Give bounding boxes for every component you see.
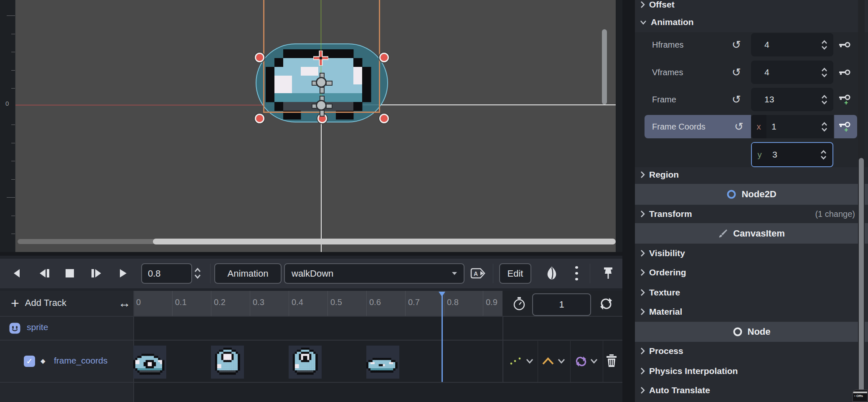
inspector-scrollbar[interactable]: [858, 0, 865, 402]
category-node2d[interactable]: Node2D: [635, 184, 868, 205]
vframes-field[interactable]: 4: [751, 61, 833, 84]
section-process[interactable]: Process: [635, 343, 868, 359]
step-backwards-button[interactable]: [37, 266, 52, 280]
selection-handle-left-mid[interactable]: [255, 53, 264, 62]
pivot-crosshair-icon[interactable]: [312, 50, 329, 66]
frame-coords-y-field[interactable]: y 3: [751, 142, 833, 167]
spinner-icon[interactable]: [820, 150, 827, 160]
mini-preview-window[interactable]: › Offs: [852, 389, 868, 402]
revert-icon[interactable]: ↺: [732, 38, 741, 51]
interpolation-dropdown-icon[interactable]: [556, 356, 566, 366]
selection-handle-bottom-left[interactable]: [255, 114, 264, 123]
key-icon[interactable]: [838, 69, 851, 76]
section-visibility[interactable]: Visibility: [635, 246, 868, 261]
revert-icon[interactable]: ↺: [734, 120, 744, 133]
step-forward-button[interactable]: [89, 266, 104, 280]
selection-handle-bottom-right[interactable]: [379, 114, 389, 123]
frame-field[interactable]: 13: [751, 88, 833, 111]
canvasitem-brush-icon: [718, 229, 728, 239]
animation-select[interactable]: walkDown: [284, 263, 464, 284]
section-physics-interpolation[interactable]: Physics Interpolation: [635, 364, 868, 379]
add-track-button[interactable]: + Add Track: [11, 296, 66, 310]
loop-icon[interactable]: [598, 296, 614, 312]
h-scrollbar-track-segment[interactable]: [18, 239, 155, 244]
animation-menu-button[interactable]: Animation: [214, 263, 282, 284]
revert-icon[interactable]: ↺: [732, 93, 741, 106]
play-button[interactable]: [117, 266, 129, 280]
ruler-tick: [11, 70, 15, 71]
spinner-icon[interactable]: [821, 40, 827, 50]
canvas-2d[interactable]: [15, 0, 616, 252]
timeline-tick: [405, 291, 406, 316]
stop-button[interactable]: [63, 266, 76, 280]
edit-button[interactable]: Edit: [499, 263, 531, 284]
section-auto-translate[interactable]: Auto Translate: [635, 383, 868, 398]
timeline-tick-label: 0.2: [214, 298, 226, 307]
timeline-tick-label: 0: [136, 298, 141, 307]
playhead-grip[interactable]: [439, 292, 445, 297]
time-spinner[interactable]: [193, 265, 202, 282]
key-insert-icon[interactable]: +: [838, 121, 851, 132]
track-row-frame-coords[interactable]: ✓ ◆ frame_coords: [0, 340, 133, 382]
section-offset[interactable]: Offset: [635, 0, 868, 12]
timeline-tick-label: 0.9: [486, 298, 497, 307]
h-scrollbar-thumb[interactable]: [153, 239, 616, 244]
frame-coords-x-field[interactable]: x 1: [751, 115, 833, 138]
prop-row-frame: Frame ↺ 13 +: [635, 88, 868, 111]
timeline-tick: [289, 291, 289, 316]
delete-track-icon[interactable]: [604, 353, 619, 369]
timeline-zoom-icon[interactable]: ↔: [118, 296, 131, 310]
spinner-icon[interactable]: [821, 68, 827, 77]
move-gizmo[interactable]: [312, 73, 331, 92]
play-backwards-button[interactable]: [11, 266, 23, 280]
section-transform[interactable]: Transform (1 change): [635, 206, 868, 221]
timer-icon[interactable]: [511, 296, 527, 312]
v-scrollbar-thumb[interactable]: [602, 29, 607, 104]
playhead[interactable]: [442, 292, 443, 382]
current-time-field[interactable]: 0.8: [141, 263, 192, 284]
loop-wrap-dropdown-icon[interactable]: [589, 356, 599, 366]
spinner-icon[interactable]: [821, 95, 827, 104]
hframes-field[interactable]: 4: [751, 33, 833, 56]
keyframe-0.4[interactable]: [289, 346, 322, 379]
selection-handle-right-mid[interactable]: [379, 53, 389, 62]
more-options-icon[interactable]: [570, 265, 583, 282]
pin-icon[interactable]: [600, 265, 616, 281]
revert-icon[interactable]: ↺: [732, 66, 741, 79]
section-region[interactable]: Region: [635, 167, 868, 182]
track-row-sprite[interactable]: sprite: [0, 316, 133, 340]
section-ordering[interactable]: Ordering: [635, 265, 868, 280]
timeline-ruler[interactable]: 00.10.20.30.40.50.60.70.80.9: [133, 291, 503, 316]
ruler-tick: [11, 88, 15, 89]
track-enabled-checkbox[interactable]: ✓: [24, 356, 35, 367]
interpolation-mode-button[interactable]: [541, 354, 556, 368]
ruler-tick: [11, 161, 15, 161]
ruler-tick: [11, 234, 15, 234]
onion-skinning-icon[interactable]: [543, 265, 561, 281]
category-canvasitem[interactable]: CanvasItem: [635, 223, 868, 244]
section-material[interactable]: Material: [635, 304, 868, 319]
loop-wrap-mode-button[interactable]: [573, 354, 589, 369]
spinner-icon[interactable]: [821, 122, 827, 132]
origin-gizmo[interactable]: [312, 96, 331, 115]
animation-length-field[interactable]: 1: [532, 293, 591, 316]
autoplay-on-load-icon[interactable]: A: [470, 266, 487, 280]
chevron-right-icon: [640, 289, 645, 296]
node2d-icon: [726, 189, 736, 199]
prop-row-vframes: Vframes ↺ 4: [635, 61, 868, 84]
update-mode-dropdown-icon[interactable]: [525, 356, 535, 366]
section-texture[interactable]: Texture: [635, 285, 868, 300]
keyframe-0.2[interactable]: [211, 346, 244, 379]
ruler-tick: [7, 197, 15, 198]
keyframe-0[interactable]: [133, 346, 166, 379]
category-node[interactable]: Node: [635, 322, 868, 342]
update-mode-button[interactable]: [507, 354, 525, 368]
keyframe-0.6[interactable]: [366, 346, 399, 379]
section-animation[interactable]: Animation: [635, 13, 868, 31]
inspector-scrollbar-thumb[interactable]: [859, 158, 864, 396]
key-insert-icon[interactable]: +: [838, 94, 851, 105]
key-icon[interactable]: [838, 41, 851, 48]
ruler-tick: [11, 125, 15, 125]
ruler-tick: [11, 52, 15, 52]
game-rect-left-line: [321, 105, 322, 252]
